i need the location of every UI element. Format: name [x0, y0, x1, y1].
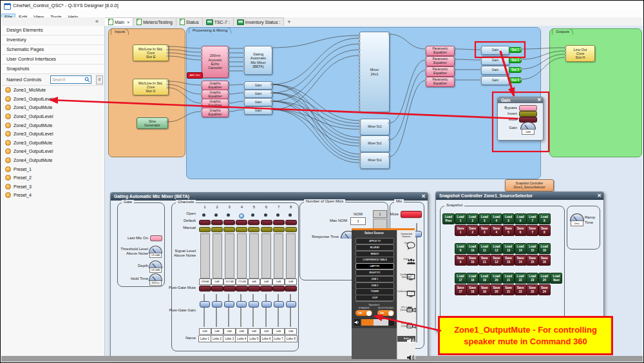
- node-mixer-5x1-1[interactable]: Mixer 5x1: [360, 119, 390, 135]
- manual-button-4[interactable]: [236, 227, 247, 232]
- load-6-button[interactable]: Load6: [515, 213, 527, 224]
- node-output-gain-4[interactable]: Gain: [481, 76, 509, 85]
- node-gain-3[interactable]: Gain: [244, 98, 272, 106]
- volume-slider[interactable]: [361, 319, 388, 326]
- post-gate-gain-value-7[interactable]: 0dB: [272, 328, 285, 335]
- post-gate-gain-value-5[interactable]: 0dB: [248, 328, 260, 335]
- named-control-preset_3[interactable]: Preset_3: [1, 182, 104, 191]
- named-control-zone4_outputmute[interactable]: Zone4_OutputMute: [1, 156, 104, 165]
- sidebar-section-snapshots[interactable]: Snapshots: [1, 64, 104, 74]
- channel-name-4[interactable]: Lobe 4: [235, 335, 248, 342]
- save-15-button[interactable]: Save15: [526, 255, 538, 266]
- default-button-7[interactable]: [273, 220, 285, 225]
- manual-button-8[interactable]: [285, 227, 297, 232]
- load-20-button[interactable]: Load20: [490, 273, 502, 284]
- post-gate-gain-value-1[interactable]: 0dB: [199, 328, 211, 335]
- manual-button-6[interactable]: [261, 227, 272, 232]
- post-gate-gain-value-8[interactable]: 0dB: [285, 328, 297, 335]
- default-button-6[interactable]: [261, 220, 272, 225]
- load-prev-button[interactable]: LoadPrev: [442, 213, 455, 224]
- tab-meters-testing[interactable]: Meters/Testing: [133, 17, 176, 26]
- search-input[interactable]: Search: [50, 75, 91, 84]
- node-mic-line-in-slot-g[interactable]: Mic/Line In Std. Core Slot G: [133, 79, 169, 95]
- load-14-button[interactable]: Load14: [515, 243, 527, 254]
- default-button-4[interactable]: [236, 220, 247, 225]
- save-6-button[interactable]: Save6: [515, 225, 527, 236]
- volume-speaker-icon[interactable]: [354, 319, 360, 326]
- channel-name-6[interactable]: Lobe 6: [260, 335, 273, 342]
- post-gate-mute-button-6[interactable]: [260, 286, 272, 291]
- toggle-knob[interactable]: [366, 311, 372, 316]
- save-8-button[interactable]: Save8: [538, 225, 551, 236]
- load-15-button[interactable]: Load15: [526, 243, 538, 254]
- node-parametric-eq-1[interactable]: ParametricEqualizer: [426, 46, 455, 56]
- save-7-button[interactable]: Save7: [526, 225, 538, 236]
- post-gate-gain-slider-4[interactable]: [236, 301, 247, 308]
- max-nom-value[interactable]: 3: [350, 217, 366, 225]
- device-item-vtc-codec-classified-[interactable]: VTC Codec (Classified): [397, 321, 415, 329]
- named-control-zone2_outputlevel[interactable]: Zone2_OutputLevel: [1, 112, 104, 121]
- node-mixer-5x1-3[interactable]: Mixer 5x1: [360, 152, 390, 169]
- default-button-5[interactable]: [248, 220, 260, 225]
- load-18-button[interactable]: Load18: [466, 273, 478, 284]
- manual-button-3[interactable]: [223, 227, 235, 232]
- new-tab-button[interactable]: +: [284, 17, 294, 26]
- load-7-button[interactable]: Load7: [526, 213, 538, 224]
- sidebar-section-user-control-interfaces[interactable]: User Control Interfaces: [1, 55, 104, 64]
- manual-button-5[interactable]: [248, 227, 260, 232]
- node-output-gain-2[interactable]: Gain: [481, 56, 509, 65]
- channel-name-3[interactable]: Lobe 3: [223, 335, 236, 342]
- node-output-gain-1[interactable]: Gain: [481, 46, 509, 55]
- source-button-left-pc[interactable]: LEFT PC: [355, 263, 394, 270]
- load-3-button[interactable]: Load3: [478, 213, 491, 224]
- save-20-button[interactable]: Save20: [490, 284, 502, 295]
- save-18-button[interactable]: Save18: [466, 284, 478, 295]
- tab-main[interactable]: Main×: [105, 17, 133, 26]
- save-19-button[interactable]: Save19: [478, 284, 491, 295]
- bypass-button[interactable]: [519, 105, 537, 111]
- source-button-voip[interactable]: VOIP: [355, 295, 394, 301]
- default-button-2[interactable]: [211, 220, 223, 225]
- source-button-conference-table[interactable]: CONFERENCE TABLE: [355, 257, 394, 263]
- load-next-button[interactable]: LoadNext: [550, 273, 562, 284]
- channel-name-5[interactable]: Lobe 5: [247, 335, 260, 342]
- post-gate-gain-slider-6[interactable]: [261, 301, 272, 308]
- default-button-1[interactable]: [199, 220, 211, 225]
- source-button-bluray[interactable]: BLURAY: [355, 244, 394, 251]
- node-mic-line-in-slot-e[interactable]: Mic/Line In Std. Core Slot E: [133, 44, 169, 61]
- load-22-button[interactable]: Load22: [515, 273, 527, 284]
- post-gate-mute-button-8[interactable]: [285, 286, 297, 291]
- post-gate-mute-button-7[interactable]: [272, 286, 285, 291]
- load-1-button[interactable]: Load1: [455, 213, 467, 224]
- tab-close-icon[interactable]: ×: [127, 20, 129, 25]
- save-14-button[interactable]: Save14: [515, 255, 527, 266]
- hold-time-value[interactable]: 400ms: [149, 280, 162, 286]
- channel-name-2[interactable]: Lobe 2: [211, 335, 223, 342]
- open-indicator-7[interactable]: [276, 213, 279, 217]
- tab-tsc-7-[interactable]: TSC-7 :: [203, 17, 234, 26]
- post-gate-mute-button-3[interactable]: [223, 286, 236, 291]
- sidebar-section-inventory[interactable]: Inventory: [1, 35, 104, 45]
- source-button-tuner[interactable]: TUNER: [355, 288, 394, 295]
- named-control-zone4_outputlevel[interactable]: Zone4_OutputLevel: [1, 147, 104, 156]
- node-mixer-24x1[interactable]: Mixer 24x1: [359, 32, 390, 112]
- node-parametric-eq-3[interactable]: ParametricEqualizer: [426, 66, 455, 77]
- close-icon[interactable]: ✕: [537, 97, 541, 103]
- post-gate-gain-slider-5[interactable]: [249, 301, 259, 308]
- speakers-toggle[interactable]: ON: [355, 310, 372, 316]
- node-line-out-slot-h[interactable]: Line Out Core Slot H: [565, 45, 595, 62]
- node-sine-generator[interactable]: Sine Generator: [137, 117, 168, 129]
- source-button-right-pc[interactable]: RIGHT PC: [355, 270, 394, 276]
- load-23-button[interactable]: Load23: [526, 273, 538, 284]
- node-gain-2[interactable]: Gain: [244, 90, 272, 98]
- node-graphic-eq-2[interactable]: GraphicEqualizer: [202, 90, 229, 99]
- named-control-preset_4[interactable]: Preset_4: [1, 191, 104, 200]
- save-12-button[interactable]: Save12: [490, 255, 502, 266]
- post-gate-gain-slider-7[interactable]: [274, 301, 284, 308]
- node-parametric-eq-4[interactable]: ParametricEqualizer: [426, 77, 455, 87]
- gain-popup-title[interactable]: Gain: [498, 97, 543, 103]
- load-4-button[interactable]: Load4: [490, 213, 502, 224]
- default-button-8[interactable]: [285, 220, 297, 225]
- load-19-button[interactable]: Load19: [478, 273, 491, 284]
- close-icon[interactable]: ✕: [597, 193, 601, 199]
